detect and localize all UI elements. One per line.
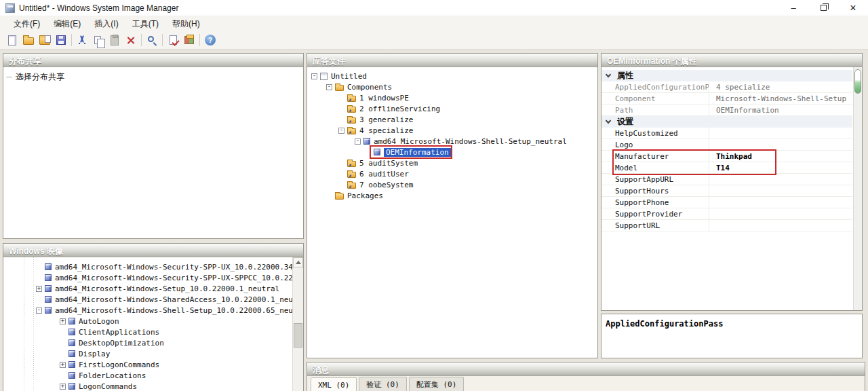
tree-node[interactable]: ClientApplications xyxy=(3,327,303,337)
menu-bar: 文件(F) 编辑(E) 插入(I) 工具(T) 帮助(H) xyxy=(0,16,868,31)
menu-edit[interactable]: 编辑(E) xyxy=(47,16,87,32)
property-value[interactable] xyxy=(709,139,852,150)
tree-node-windowspe[interactable]: 1 windowsPE xyxy=(307,92,597,103)
find-button[interactable] xyxy=(144,32,160,48)
tree-node[interactable]: FirstLogonCommands xyxy=(3,359,303,370)
tree-node-untitled[interactable]: Untitled xyxy=(307,71,597,81)
property-value[interactable] xyxy=(709,128,852,138)
tree-node[interactable]: LogonCommands xyxy=(3,381,303,391)
property-row[interactable]: ComponentMicrosoft-Windows-Shell-Setup xyxy=(601,93,852,105)
open-answer-file-button[interactable] xyxy=(20,32,37,48)
menu-insert[interactable]: 插入(I) xyxy=(87,16,125,32)
tree-node[interactable]: amd64_Microsoft-Windows-Security-SPP-UX_… xyxy=(3,261,303,272)
property-value: OEMInformation xyxy=(709,105,852,115)
menu-file[interactable]: 文件(F) xyxy=(7,16,47,32)
properties-scrollbar[interactable] xyxy=(853,67,862,310)
open-windows-image-button[interactable] xyxy=(37,32,53,48)
tree-node[interactable]: amd64_Microsoft-Windows-Shell-Setup_10.0… xyxy=(3,305,303,316)
windows-image-scrollbar[interactable] xyxy=(292,257,303,391)
component-cube-icon xyxy=(45,307,52,314)
create-configuration-set-button[interactable] xyxy=(181,32,197,48)
property-row[interactable]: Logo xyxy=(601,139,852,151)
property-name: Manufacturer xyxy=(601,151,709,162)
expand-icon[interactable] xyxy=(60,362,66,368)
expand-icon[interactable] xyxy=(60,384,66,390)
property-row[interactable]: PathOEMInformation xyxy=(601,105,852,116)
property-row[interactable]: SupportPhone xyxy=(601,197,852,208)
tree-node-shell-setup-component[interactable]: amd64_Microsoft-Windows-Shell-Setup_neut… xyxy=(307,136,597,147)
restore-button[interactable] xyxy=(808,0,838,16)
delete-button[interactable] xyxy=(123,32,139,48)
collapse-icon[interactable] xyxy=(311,73,317,79)
property-value[interactable]: Thinkpad xyxy=(709,151,852,162)
scrollbar-thumb[interactable] xyxy=(294,323,302,348)
tree-node-oobesystem[interactable]: 7 oobeSystem xyxy=(307,179,597,190)
close-button[interactable]: × xyxy=(838,0,868,16)
collapse-icon[interactable] xyxy=(355,138,361,145)
expand-icon[interactable] xyxy=(36,286,42,292)
scrollbar-thumb[interactable] xyxy=(854,69,861,94)
tree-node-select-distribution-share[interactable]: 选择分布共享 xyxy=(3,71,303,82)
tree-node-offlineservicing[interactable]: 2 offlineServicing xyxy=(307,103,597,114)
property-row[interactable]: SupportURL xyxy=(601,220,852,231)
tree-node-generalize[interactable]: 3 generalize xyxy=(307,114,597,125)
distribution-share-panel: 分布共享 选择分布共享 xyxy=(3,53,304,239)
collapse-icon[interactable] xyxy=(36,308,42,314)
expand-icon[interactable] xyxy=(60,318,66,324)
open-image-icon xyxy=(39,37,50,45)
validate-button[interactable] xyxy=(165,32,181,48)
paste-button[interactable] xyxy=(106,32,123,48)
collapse-icon[interactable] xyxy=(326,84,332,90)
scroll-up-button[interactable] xyxy=(293,257,303,267)
open-folder-icon xyxy=(23,37,34,45)
tree-node[interactable]: Display xyxy=(3,348,303,359)
section-settings[interactable]: 设置 xyxy=(601,116,852,128)
answer-file-icon xyxy=(320,73,328,80)
tree-node-specialize[interactable]: 4 specialize xyxy=(307,125,597,136)
tree-node[interactable]: amd64_Microsoft-Windows-Setup_10.0.22000… xyxy=(3,283,303,294)
property-row[interactable]: SupportAppURL xyxy=(601,174,852,185)
property-value[interactable] xyxy=(709,208,852,219)
property-row[interactable]: HelpCustomized xyxy=(601,128,852,139)
tree-node[interactable]: DesktopOptimization xyxy=(3,337,303,348)
property-value[interactable]: T14 xyxy=(709,162,852,173)
tree-node-oeminformation-selected[interactable]: OEMInformation xyxy=(307,147,597,157)
property-name: SupportAppURL xyxy=(601,174,709,185)
menu-help[interactable]: 帮助(H) xyxy=(165,16,207,32)
tree-node-audituser[interactable]: 6 auditUser xyxy=(307,168,597,179)
cut-button[interactable] xyxy=(74,32,90,48)
menu-tools[interactable]: 工具(T) xyxy=(125,16,165,32)
property-value[interactable] xyxy=(709,197,852,208)
section-attributes[interactable]: 属性 xyxy=(601,70,852,81)
distribution-share-header: 分布共享 xyxy=(3,54,303,67)
tree-node-components[interactable]: Components xyxy=(307,81,597,92)
property-value[interactable] xyxy=(709,174,852,185)
property-row[interactable]: AppliedConfigurationPass4 specialize xyxy=(601,81,852,93)
property-value[interactable] xyxy=(709,185,852,196)
tree-node[interactable]: amd64_Microsoft-Windows-Security-SPP-UX-… xyxy=(3,272,303,283)
tree-node-label: 6 auditUser xyxy=(359,170,409,179)
property-row-manufacturer[interactable]: ManufacturerThinkpad xyxy=(601,151,852,162)
tree-node-auditsystem[interactable]: 5 auditSystem xyxy=(307,157,597,168)
property-row-model[interactable]: ModelT14 xyxy=(601,162,852,174)
toolbar-separator xyxy=(199,34,200,46)
property-value[interactable] xyxy=(709,220,852,231)
property-row[interactable]: SupportProvider xyxy=(601,208,852,220)
minimize-button[interactable]: – xyxy=(778,0,808,16)
copy-button[interactable] xyxy=(90,32,106,48)
help-button[interactable] xyxy=(202,32,218,48)
tree-node[interactable]: FolderLocations xyxy=(3,370,303,381)
tab-configuration-set[interactable]: 配置集 (0) xyxy=(409,377,465,391)
tab-validation[interactable]: 验证 (0) xyxy=(359,377,407,391)
tree-node-packages[interactable]: Packages xyxy=(307,190,597,201)
collapse-icon[interactable] xyxy=(338,128,344,134)
tree-node[interactable]: amd64_Microsoft-Windows-SharedAccess_10.… xyxy=(3,294,303,305)
property-row[interactable]: SupportHours xyxy=(601,185,852,197)
tree-node[interactable]: AutoLogon xyxy=(3,316,303,327)
component-cube-icon xyxy=(45,274,52,281)
new-answer-file-button[interactable] xyxy=(4,32,20,48)
copy-icon xyxy=(94,36,101,44)
tab-xml[interactable]: XML (0) xyxy=(311,377,357,391)
messages-tab-bar: XML (0) 验证 (0) 配置集 (0) xyxy=(307,376,865,391)
save-button[interactable] xyxy=(53,32,69,48)
